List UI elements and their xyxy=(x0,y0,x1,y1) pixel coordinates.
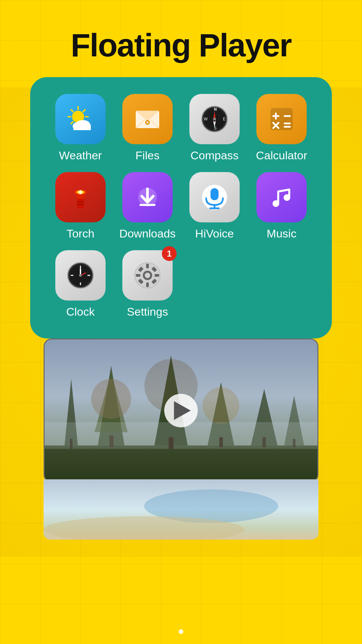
hivoice-icon xyxy=(199,182,230,212)
svg-point-40 xyxy=(78,190,82,194)
downloads-icon xyxy=(132,182,163,212)
svg-point-18 xyxy=(146,121,148,123)
downloads-label: Downloads xyxy=(119,227,176,240)
pagination-indicator xyxy=(179,629,183,634)
settings-badge: 1 xyxy=(162,246,177,261)
svg-rect-64 xyxy=(146,264,149,268)
svg-rect-12 xyxy=(73,125,91,130)
play-triangle-icon xyxy=(174,401,191,420)
svg-line-8 xyxy=(71,122,73,124)
page-title: Floating Player xyxy=(0,0,362,77)
app-item-clock[interactable]: Clock xyxy=(50,250,111,318)
torch-icon xyxy=(65,182,96,212)
app-item-compass[interactable]: N S W E Compass xyxy=(184,94,245,162)
compass-icon-wrap: N S W E xyxy=(189,94,240,144)
beach-scene xyxy=(44,479,318,540)
weather-icon xyxy=(65,104,96,134)
svg-rect-66 xyxy=(136,274,140,277)
hivoice-icon-wrap xyxy=(189,172,240,222)
svg-text:N: N xyxy=(214,107,217,112)
settings-label: Settings xyxy=(127,305,168,318)
app-item-weather[interactable]: Weather xyxy=(50,94,111,162)
clock-label: Clock xyxy=(66,305,95,318)
svg-point-27 xyxy=(213,118,216,120)
app-item-settings[interactable]: 1 Settings xyxy=(117,250,178,318)
pagination-dot xyxy=(179,629,183,634)
play-button[interactable] xyxy=(164,394,198,427)
svg-point-50 xyxy=(273,200,279,207)
svg-text:E: E xyxy=(223,117,226,121)
app-item-downloads[interactable]: Downloads xyxy=(117,172,178,240)
svg-text:S: S xyxy=(214,126,217,130)
svg-point-89 xyxy=(203,387,239,424)
app-item-music[interactable]: Music xyxy=(251,172,312,240)
files-icon-wrap xyxy=(122,94,173,144)
svg-point-63 xyxy=(145,273,150,278)
video-background xyxy=(45,339,317,482)
svg-rect-73 xyxy=(45,445,317,482)
clock-icon-wrap xyxy=(55,250,106,301)
weather-icon-wrap xyxy=(55,94,106,144)
svg-text:W: W xyxy=(204,117,208,121)
clock-icon xyxy=(65,260,96,290)
downloads-icon-wrap xyxy=(122,172,173,222)
svg-line-7 xyxy=(83,110,85,112)
svg-point-60 xyxy=(79,274,82,277)
music-icon-wrap xyxy=(256,172,307,222)
weather-label: Weather xyxy=(59,149,102,162)
hivoice-label: HiVoice xyxy=(195,227,234,240)
calculator-icon xyxy=(266,104,297,134)
svg-rect-67 xyxy=(155,274,159,277)
calculator-label: Calculator xyxy=(256,149,307,162)
app-grid: Weather Files xyxy=(50,94,312,318)
launcher-card: Weather Files xyxy=(30,77,332,338)
svg-rect-47 xyxy=(210,188,219,200)
compass-icon: N S W E xyxy=(199,104,230,134)
settings-icon-wrap: 1 xyxy=(122,250,173,301)
calculator-icon-wrap xyxy=(256,94,307,144)
files-label: Files xyxy=(135,149,160,162)
music-label: Music xyxy=(267,227,297,240)
app-item-hivoice[interactable]: HiVoice xyxy=(184,172,245,240)
app-item-torch[interactable]: Torch xyxy=(50,172,111,240)
video-player xyxy=(44,338,318,483)
app-item-files[interactable]: Files xyxy=(117,94,178,162)
settings-icon xyxy=(132,260,163,290)
torch-icon-wrap xyxy=(55,172,106,222)
svg-line-5 xyxy=(71,110,73,112)
svg-point-87 xyxy=(91,379,131,419)
svg-rect-36 xyxy=(77,199,84,208)
app-item-calculator[interactable]: Calculator xyxy=(251,94,312,162)
compass-label: Compass xyxy=(190,149,239,162)
torch-label: Torch xyxy=(66,227,94,240)
files-icon xyxy=(132,104,163,134)
svg-rect-65 xyxy=(146,282,149,287)
svg-point-51 xyxy=(284,194,290,201)
music-icon xyxy=(266,182,297,212)
